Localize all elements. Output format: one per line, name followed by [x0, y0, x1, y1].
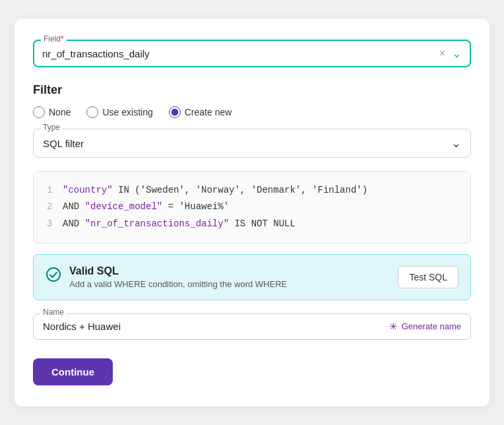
radio-create-new-label: Create new	[185, 107, 232, 117]
type-label: Type	[40, 123, 63, 132]
code-prefix-3: AND	[63, 218, 85, 229]
radio-none-input[interactable]	[33, 106, 45, 118]
radio-use-existing-label: Use existing	[102, 107, 152, 117]
type-dropdown[interactable]: Type SQL filter ⌄	[33, 129, 471, 158]
main-card: Field* nr_of_transactions_daily × ⌄ Filt…	[15, 18, 489, 407]
code-line-2: 2 AND "device_model" = 'Huawei%'	[47, 199, 457, 215]
code-keyword-3: "nr_of_transactions_daily"	[85, 218, 229, 229]
field-required-marker: *	[61, 34, 64, 44]
code-content-2: = 'Huawei%'	[162, 201, 229, 212]
generate-name-button[interactable]: ✳ Generate name	[389, 321, 461, 333]
name-container[interactable]: Name Nordics + Huawei ✳ Generate name	[33, 313, 471, 340]
line-num-1: 1	[47, 182, 55, 199]
radio-none-label: None	[49, 107, 71, 117]
radio-use-existing[interactable]: Use existing	[86, 106, 152, 118]
sql-code-block: 1 "country" IN ('Sweden', 'Norway', 'Den…	[33, 171, 471, 244]
radio-create-new-input[interactable]	[169, 106, 181, 118]
field-label-text: Field	[44, 34, 61, 44]
code-line-3: 3 AND "nr_of_transactions_daily" IS NOT …	[47, 216, 457, 232]
chevron-down-icon[interactable]: ⌄	[452, 46, 462, 61]
field-container[interactable]: Field* nr_of_transactions_daily × ⌄	[33, 40, 471, 67]
check-circle-icon	[46, 267, 61, 286]
radio-use-existing-input[interactable]	[86, 106, 98, 118]
test-sql-button[interactable]: Test SQL	[398, 266, 458, 288]
valid-sql-title: Valid SQL	[69, 265, 287, 277]
continue-button[interactable]: Continue	[33, 358, 113, 385]
radio-create-new[interactable]: Create new	[169, 106, 232, 118]
code-prefix-2: AND	[63, 201, 85, 212]
code-keyword-1: "country"	[63, 185, 113, 195]
line-num-3: 3	[47, 216, 55, 232]
code-line-1: 1 "country" IN ('Sweden', 'Norway', 'Den…	[47, 182, 457, 199]
radio-none[interactable]: None	[33, 106, 71, 118]
field-icons: × ⌄	[439, 46, 462, 61]
sparkle-icon: ✳	[389, 321, 398, 333]
code-keyword-2: "device_model"	[85, 201, 163, 212]
valid-sql-left: Valid SQL Add a valid WHERE condition, o…	[46, 265, 287, 289]
valid-sql-texts: Valid SQL Add a valid WHERE condition, o…	[69, 265, 287, 289]
field-input-row: nr_of_transactions_daily × ⌄	[42, 46, 462, 61]
svg-point-0	[47, 268, 60, 281]
valid-sql-box: Valid SQL Add a valid WHERE condition, o…	[33, 254, 471, 300]
filter-radio-group: None Use existing Create new	[33, 106, 471, 118]
name-value: Nordics + Huawei	[43, 321, 121, 332]
code-content-3: IS NOT NULL	[229, 218, 296, 229]
type-chevron-icon: ⌄	[451, 136, 461, 150]
name-label: Name	[40, 308, 67, 317]
type-value: SQL filter	[43, 138, 84, 149]
valid-sql-description: Add a valid WHERE condition, omitting th…	[69, 279, 287, 289]
line-num-2: 2	[47, 199, 55, 215]
generate-name-label: Generate name	[402, 321, 461, 331]
field-value: nr_of_transactions_daily	[42, 48, 439, 59]
clear-icon[interactable]: ×	[439, 48, 445, 59]
field-label: Field*	[41, 34, 67, 44]
code-content-1: IN ('Sweden', 'Norway', 'Denmark', 'Finl…	[113, 185, 367, 195]
filter-section-title: Filter	[33, 83, 471, 97]
